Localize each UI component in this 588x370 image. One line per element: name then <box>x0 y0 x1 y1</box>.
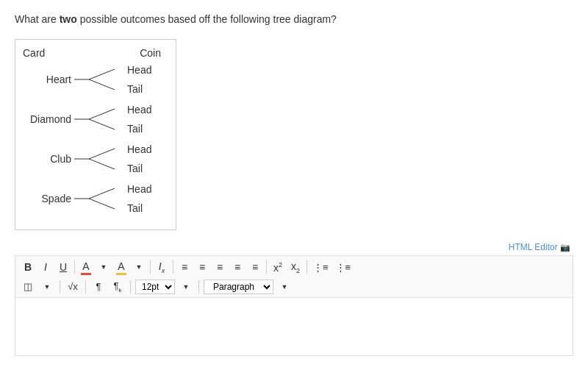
coin-labels-club: Head Tail <box>127 144 151 174</box>
highlight-button-wrap: A <box>113 259 129 275</box>
svg-line-2 <box>89 79 115 90</box>
card-group-club: Club Head Tail <box>23 143 161 175</box>
bold-button[interactable]: B <box>20 260 36 274</box>
question-suffix: possible outcomes based off the followin… <box>77 13 337 25</box>
tree-header: Card Coin <box>23 47 161 59</box>
toolbar-container: B I U A ▼ A ▼ Ix ≡ ≡ ≡ ≡ ≡ <box>15 255 573 297</box>
heart-tail: Tail <box>127 84 151 94</box>
separator-7 <box>85 280 86 293</box>
card-header: Card <box>23 47 45 59</box>
card-label-heart: Heart <box>23 74 74 85</box>
card-group-heart: Heart Head Tail <box>23 63 161 96</box>
indent-button[interactable]: ≡ <box>247 260 263 274</box>
font-size-dropdown[interactable]: ▼ <box>178 282 194 292</box>
svg-line-8 <box>89 159 115 169</box>
card-group-diamond: Diamond Head Tail <box>23 103 161 135</box>
clear-format-button[interactable]: Ix <box>154 259 170 276</box>
superscript-button[interactable]: x2 <box>270 260 286 275</box>
heart-head: Head <box>127 65 151 75</box>
coin-labels-diamond: Head Tail <box>127 104 151 134</box>
question-prefix: What are <box>15 13 60 25</box>
branch-svg-heart <box>74 63 126 96</box>
svg-line-7 <box>89 149 115 159</box>
svg-line-4 <box>89 109 115 119</box>
card-label-diamond: Diamond <box>23 113 74 125</box>
spade-tail: Tail <box>127 203 151 213</box>
tree-body: Heart Head Tail Diamond <box>23 63 161 215</box>
html-editor-label: HTML Editor <box>509 242 558 252</box>
question-text: What are two possible outcomes based off… <box>15 12 573 27</box>
svg-line-5 <box>89 119 115 129</box>
highlight-dropdown[interactable]: ▼ <box>131 263 147 271</box>
branch-svg-club <box>74 143 126 175</box>
svg-line-11 <box>89 199 115 209</box>
font-color-button[interactable]: A <box>78 259 94 272</box>
club-head: Head <box>127 144 151 154</box>
question-bold: two <box>60 13 77 25</box>
separator-8 <box>130 280 131 293</box>
tree-diagram: Card Coin Heart Head Tail Diamond <box>15 39 176 230</box>
editor-area[interactable] <box>15 297 573 356</box>
italic-button[interactable]: I <box>37 260 54 274</box>
sqrt-button[interactable]: √x <box>65 280 81 293</box>
font-color-dropdown[interactable]: ▼ <box>96 263 112 271</box>
html-editor-link[interactable]: HTML Editor 📷 <box>509 242 570 252</box>
separator-4 <box>266 260 267 274</box>
table-dropdown[interactable]: ▼ <box>39 282 55 292</box>
underline-button[interactable]: U <box>55 260 71 274</box>
spade-head: Head <box>127 184 151 194</box>
separator-1 <box>74 260 75 274</box>
align-left-button[interactable]: ≡ <box>176 260 193 274</box>
toolbar-row1: B I U A ▼ A ▼ Ix ≡ ≡ ≡ ≡ ≡ <box>20 259 568 276</box>
align-center-button[interactable]: ≡ <box>194 260 210 274</box>
branch-svg-spade <box>74 182 126 215</box>
paragraph-select[interactable]: Paragraph <box>204 280 273 294</box>
separator-9 <box>198 280 199 293</box>
coin-header: Coin <box>140 47 161 59</box>
separator-3 <box>173 260 173 274</box>
table-button[interactable]: ◫ <box>20 280 36 293</box>
coin-labels-spade: Head Tail <box>127 184 151 213</box>
highlight-color-bar <box>116 273 126 275</box>
pilcrow-button[interactable]: ¶ <box>90 280 107 293</box>
card-group-spade: Spade Head Tail <box>23 182 161 215</box>
html-editor-icon: 📷 <box>560 243 570 252</box>
html-editor-link-container: HTML Editor 📷 <box>15 242 573 252</box>
subscript-button[interactable]: x2 <box>287 259 304 276</box>
club-tail: Tail <box>127 163 151 174</box>
branch-svg-diamond <box>74 103 126 135</box>
card-label-club: Club <box>23 153 74 165</box>
align-right-button[interactable]: ≡ <box>212 260 228 274</box>
unordered-list-button[interactable]: ⋮≡ <box>333 260 354 274</box>
ordered-list-button[interactable]: ⋮≡ <box>310 260 331 274</box>
font-size-select[interactable]: 12pt <box>135 280 175 294</box>
card-label-spade: Spade <box>23 193 74 204</box>
toolbar-row2: ◫ ▼ √x ¶ ¶k 12pt ▼ Paragraph ▼ <box>20 279 568 295</box>
pilcrow2-button[interactable]: ¶k <box>110 279 126 295</box>
separator-5 <box>306 260 307 274</box>
font-color-bar <box>81 273 91 275</box>
separator-6 <box>60 280 60 293</box>
highlight-button[interactable]: A <box>113 259 129 272</box>
diamond-head: Head <box>127 104 151 115</box>
page-container: What are two possible outcomes based off… <box>0 0 588 368</box>
separator-2 <box>150 260 151 274</box>
svg-line-10 <box>89 188 115 199</box>
diamond-tail: Tail <box>127 124 151 134</box>
paragraph-dropdown[interactable]: ▼ <box>276 282 293 292</box>
align-justify-button[interactable]: ≡ <box>229 260 245 274</box>
font-color-button-wrap: A <box>78 259 94 275</box>
coin-labels-heart: Head Tail <box>127 65 151 94</box>
svg-line-1 <box>89 69 115 79</box>
